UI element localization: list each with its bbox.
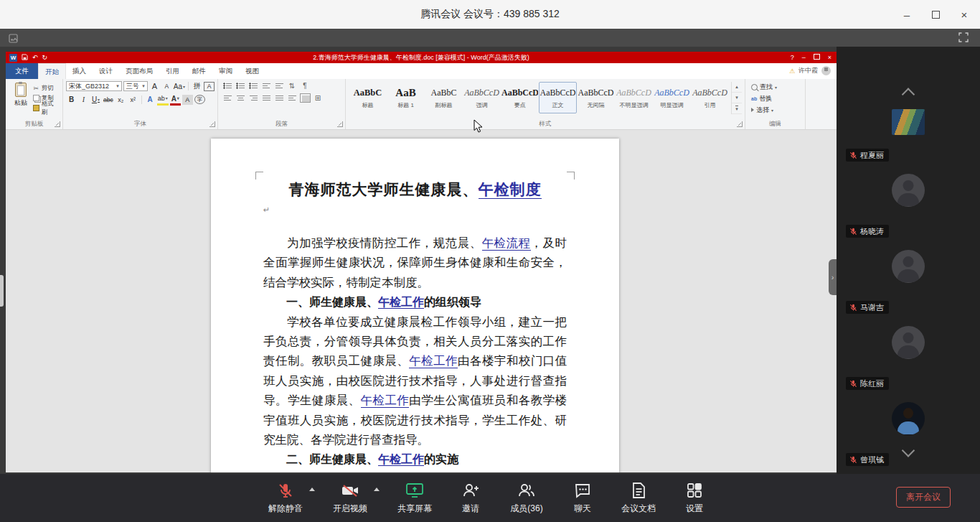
show-marks-icon[interactable]: ¶ <box>300 81 311 90</box>
style-item[interactable]: AaBbCcD强调 <box>463 82 501 113</box>
numbering-icon[interactable] <box>235 81 246 90</box>
tab-layout[interactable]: 页面布局 <box>119 63 159 79</box>
settings-button[interactable]: 设置 <box>672 481 717 515</box>
sort-icon[interactable]: ⇅ <box>287 81 298 90</box>
participant-tile[interactable]: 陈红丽 <box>837 377 980 453</box>
unmute-button[interactable]: 解除静音 <box>263 481 308 515</box>
styles-scroll-down[interactable]: ▾ <box>732 93 742 103</box>
share-screen-button[interactable]: 共享屏幕 <box>392 481 437 515</box>
replace-button[interactable]: ab 替换 <box>748 93 802 103</box>
word-logo-icon[interactable]: W <box>9 54 17 62</box>
font-dialog-launcher[interactable] <box>209 121 215 127</box>
decrease-indent-icon[interactable] <box>261 81 272 90</box>
maximize-icon[interactable] <box>930 9 941 20</box>
tab-insert[interactable]: 插入 <box>66 63 93 79</box>
style-item[interactable]: AaBbCcD引用 <box>691 82 729 113</box>
left-panel-handle[interactable] <box>0 275 4 307</box>
change-case-button[interactable]: Aa▾ <box>174 81 185 91</box>
word-close-icon[interactable]: × <box>828 54 831 61</box>
invite-button[interactable]: 邀请 <box>448 481 493 515</box>
participant-tile[interactable]: 马谢吉 <box>837 301 980 377</box>
shading-icon[interactable] <box>300 93 311 103</box>
grow-font-button[interactable]: A <box>149 81 160 91</box>
select-button[interactable]: 选择 ▾ <box>748 105 802 115</box>
styles-scroll-up[interactable]: ▴ <box>732 82 742 93</box>
ribbon: 粘贴 ✂ 剪切 复制 格式刷 <box>6 79 837 130</box>
participant-tile[interactable]: 程夏丽 <box>837 149 980 225</box>
cut-button[interactable]: ✂ 剪切 <box>33 83 60 93</box>
help-icon[interactable]: ? <box>791 54 794 61</box>
character-shading-button[interactable]: A <box>182 95 193 105</box>
align-center-icon[interactable] <box>235 93 246 103</box>
tab-view[interactable]: 视图 <box>239 63 265 79</box>
tab-design[interactable]: 设计 <box>93 63 119 79</box>
styles-more[interactable]: ▾ <box>732 103 742 114</box>
sidebar-collapse-handle[interactable]: › <box>829 259 837 295</box>
borders-icon[interactable]: ⊞ <box>313 93 324 103</box>
fullscreen-icon[interactable] <box>958 32 969 45</box>
subscript-button[interactable]: x₂ <box>116 95 126 105</box>
style-item[interactable]: AaBbCcD不明显强调 <box>615 82 653 113</box>
increase-indent-icon[interactable] <box>274 81 285 90</box>
font-size-combo[interactable]: 三号▾ <box>123 81 148 91</box>
multilevel-list-icon[interactable] <box>248 81 259 90</box>
style-item[interactable]: AaBbC副标题 <box>425 82 463 113</box>
word-restore-icon[interactable] <box>814 54 820 61</box>
find-button[interactable]: 查找 ▾ <box>748 82 802 92</box>
distribute-icon[interactable] <box>274 93 285 103</box>
strikethrough-button[interactable]: abc <box>103 95 114 105</box>
style-item[interactable]: AaB标题 1 <box>387 82 425 113</box>
align-right-icon[interactable] <box>248 93 259 103</box>
clipboard-dialog-launcher[interactable] <box>55 121 60 127</box>
shrink-font-button[interactable]: A <box>161 81 172 91</box>
style-item[interactable]: AaBbCcD明显强调 <box>653 82 691 113</box>
video-options-caret[interactable] <box>374 488 380 491</box>
members-button[interactable]: 成员(36) <box>504 481 549 515</box>
style-item[interactable]: AaBbC标题 <box>349 82 387 113</box>
underline-button[interactable]: U▾ <box>90 95 101 105</box>
styles-dialog-launcher[interactable] <box>737 121 743 127</box>
undo-icon[interactable]: ↶ <box>32 54 38 61</box>
save-icon[interactable] <box>22 54 28 62</box>
active-speaker-video-thumbnail[interactable] <box>892 109 925 135</box>
line-spacing-icon[interactable] <box>287 93 298 103</box>
style-item[interactable]: AaBbCcD要点 <box>501 82 539 113</box>
tab-mailings[interactable]: 邮件 <box>186 63 212 79</box>
font-name-combo[interactable]: 宋体_GB2312▾ <box>66 81 122 91</box>
paragraph-dialog-launcher[interactable] <box>337 121 343 127</box>
start-video-button[interactable]: 开启视频 <box>328 481 372 515</box>
participant-tile[interactable]: 杨晓涛 <box>837 225 980 301</box>
close-icon[interactable]: × <box>958 9 970 20</box>
layout-icon[interactable] <box>9 33 18 46</box>
style-item-selected[interactable]: AaBbCcD正文 <box>539 82 577 113</box>
pinyin-guide-button[interactable]: 拼 <box>192 81 202 91</box>
meeting-docs-button[interactable]: 会议文档 <box>616 481 661 515</box>
tab-file[interactable]: 文件 <box>6 63 38 79</box>
minimize-icon[interactable]: – <box>901 9 913 20</box>
tab-home[interactable]: 开始 <box>38 63 66 79</box>
bold-button[interactable]: B <box>66 95 77 105</box>
leave-meeting-button[interactable]: 离开会议 <box>896 487 951 508</box>
highlight-color-button[interactable]: ab▾ <box>157 93 169 106</box>
mic-options-caret[interactable] <box>309 488 315 491</box>
character-border-button[interactable]: A <box>204 82 215 91</box>
text-effects-button[interactable]: A <box>145 95 156 105</box>
bullets-icon[interactable] <box>222 81 233 90</box>
chat-button[interactable]: 聊天 <box>560 481 605 515</box>
account-area[interactable]: ⚠ 许中霞 <box>789 66 831 75</box>
justify-icon[interactable] <box>261 93 272 103</box>
members-icon <box>517 481 536 500</box>
italic-button[interactable]: I <box>78 95 89 105</box>
tab-review[interactable]: 审阅 <box>212 63 239 79</box>
paste-button[interactable]: 粘贴 <box>9 81 33 119</box>
scroll-up-chevron-icon[interactable] <box>902 88 915 101</box>
align-left-icon[interactable] <box>222 93 233 103</box>
font-color-button[interactable]: A▾ <box>170 93 181 106</box>
tab-references[interactable]: 引用 <box>159 63 186 79</box>
word-minimize-icon[interactable]: – <box>802 54 806 61</box>
superscript-button[interactable]: x² <box>128 95 138 105</box>
format-painter-button[interactable]: 格式刷 <box>33 103 60 113</box>
style-item[interactable]: AaBbCcD无间隔 <box>577 82 615 113</box>
redo-icon[interactable]: ↻ <box>42 54 48 61</box>
enclose-character-button[interactable]: 字 <box>194 95 205 104</box>
